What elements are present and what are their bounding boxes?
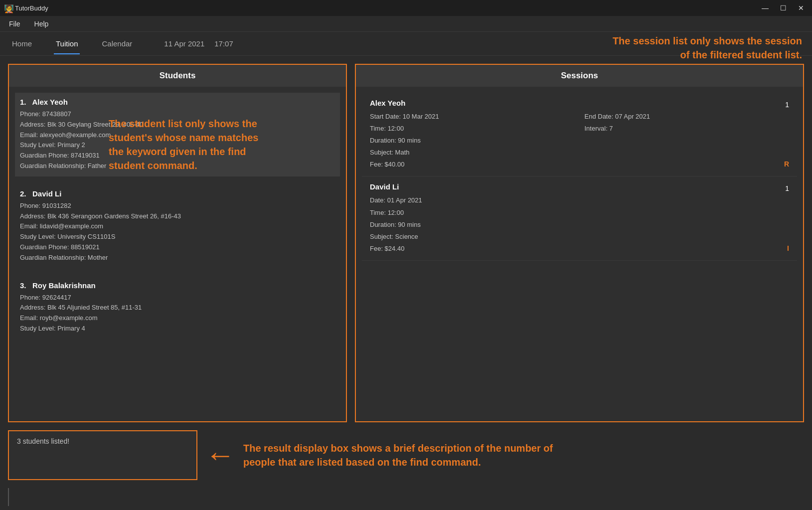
session-item-2[interactable]: David Li Date: 01 Apr 2021 Time: 12:00 D… <box>362 176 797 260</box>
student-1-name: 1. Alex Yeoh <box>20 98 335 106</box>
session-2-time: Time: 12:00 <box>370 207 575 218</box>
session-2-empty2 <box>585 207 790 218</box>
session-1-time: Time: 12:00 <box>370 123 575 134</box>
student-1-details: Phone: 87438807 Address: Blk 30 Geylang … <box>20 109 335 171</box>
status-text: 3 students listed! <box>17 437 69 445</box>
session-2-empty4 <box>585 231 790 242</box>
menu-help[interactable]: Help <box>31 18 52 30</box>
session-1-empty2 <box>585 147 790 158</box>
main-content: Students 1. Alex Yeoh Phone: 87438807 Ad… <box>0 56 812 430</box>
session-1-subject: Subject: Math <box>370 147 575 158</box>
session-1-index: 1 <box>785 101 789 109</box>
app-title: TutorBuddy <box>15 4 48 12</box>
app-icon: 🧑‍🏫 <box>4 4 12 12</box>
session-item-1[interactable]: Alex Yeoh Start Date: 10 Mar 2021 End Da… <box>362 93 797 176</box>
vertical-line <box>8 488 9 506</box>
bottom-annotation-area: ← The result display box shows a brief d… <box>205 440 804 470</box>
sessions-panel-header: Sessions <box>356 65 803 87</box>
tab-tuition[interactable]: Tuition <box>54 33 80 54</box>
status-box: 3 students listed! <box>8 430 197 480</box>
menu-file[interactable]: File <box>6 18 23 30</box>
bottom-indicator <box>0 488 812 510</box>
student-item-2[interactable]: 2. David Li Phone: 91031282 Address: Blk… <box>15 184 340 268</box>
close-button[interactable]: ✕ <box>794 1 808 15</box>
student-2-name: 2. David Li <box>20 189 335 198</box>
nav-datetime: 11 Apr 2021 17:07 <box>164 39 233 48</box>
session-1-interval: Interval: 7 <box>585 123 790 134</box>
tab-calendar[interactable]: Calendar <box>100 33 134 54</box>
tab-home[interactable]: Home <box>10 33 34 54</box>
result-display-annotation: The result display box shows a brief des… <box>243 441 553 469</box>
students-panel-body[interactable]: 1. Alex Yeoh Phone: 87438807 Address: Bl… <box>9 87 346 421</box>
students-panel-header: Students <box>9 65 346 87</box>
session-2-details: Date: 01 Apr 2021 Time: 12:00 Duration: … <box>370 195 789 254</box>
session-1-end-date: End Date: 07 Apr 2021 <box>585 111 790 122</box>
title-bar-left: 🧑‍🏫 TutorBuddy <box>4 4 48 12</box>
sessions-panel: Sessions Alex Yeoh Start Date: 10 Mar 20… <box>355 64 804 422</box>
session-2-badge: I <box>787 244 789 252</box>
session-1-details: Start Date: 10 Mar 2021 End Date: 07 Apr… <box>370 111 789 170</box>
panels-row: Students 1. Alex Yeoh Phone: 87438807 Ad… <box>8 64 804 422</box>
session-1-empty <box>585 135 790 146</box>
student-2-details: Phone: 91031282 Address: Blk 436 Serango… <box>20 201 335 263</box>
student-3-name: 3. Roy Balakrishnan <box>20 281 335 290</box>
session-1-duration: Duration: 90 mins <box>370 135 575 146</box>
session-2-duration: Duration: 90 mins <box>370 219 575 230</box>
session-2-empty3 <box>585 219 790 230</box>
student-item-1[interactable]: 1. Alex Yeoh Phone: 87438807 Address: Bl… <box>15 93 340 176</box>
nav-date: 11 Apr 2021 <box>164 39 204 48</box>
nav-time: 17:07 <box>214 39 233 48</box>
student-3-details: Phone: 92624417 Address: Blk 45 Aljunied… <box>20 293 335 334</box>
session-2-subject: Subject: Science <box>370 231 575 242</box>
bottom-area: 3 students listed! ← The result display … <box>0 430 812 488</box>
session-2-fee: Fee: $24.40 <box>370 243 575 254</box>
arrow-left-icon: ← <box>205 440 235 470</box>
session-2-index: 1 <box>785 184 789 192</box>
session-1-student: Alex Yeoh <box>370 99 789 107</box>
session-1-badge: R <box>784 160 789 168</box>
session-2-empty <box>585 195 790 206</box>
student-item-3[interactable]: 3. Roy Balakrishnan Phone: 92624417 Addr… <box>15 276 340 339</box>
sessions-panel-body[interactable]: Alex Yeoh Start Date: 10 Mar 2021 End Da… <box>356 87 803 421</box>
session-1-start-date: Start Date: 10 Mar 2021 <box>370 111 575 122</box>
minimize-button[interactable]: — <box>758 1 772 15</box>
title-bar: 🧑‍🏫 TutorBuddy — ☐ ✕ <box>0 0 812 16</box>
menu-bar: File Help <box>0 16 812 32</box>
session-2-date: Date: 01 Apr 2021 <box>370 195 575 206</box>
maximize-button[interactable]: ☐ <box>776 1 790 15</box>
session-1-fee: Fee: $40.00 <box>370 159 575 170</box>
nav-wrapper: Home Tuition Calendar 11 Apr 2021 17:07 … <box>0 32 812 56</box>
title-bar-controls: — ☐ ✕ <box>758 1 808 15</box>
session-2-student: David Li <box>370 182 789 191</box>
students-panel: Students 1. Alex Yeoh Phone: 87438807 Ad… <box>8 64 347 422</box>
